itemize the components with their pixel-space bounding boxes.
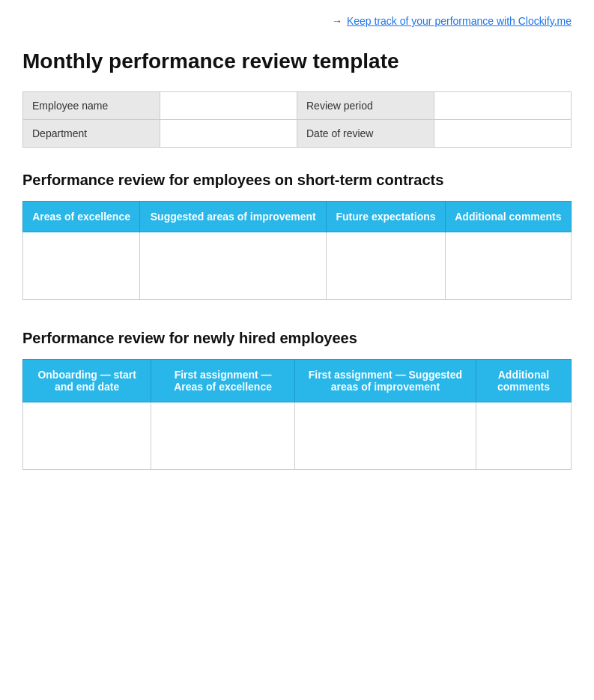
table-header-row: Onboarding — start and end date First as… (23, 360, 572, 402)
review-period-value[interactable] (434, 92, 572, 120)
main-title: Monthly performance review template (22, 49, 572, 73)
info-section: Employee name Review period Department D… (22, 91, 572, 148)
short-term-title: Performance review for employees on shor… (22, 172, 572, 189)
clockify-link[interactable]: Keep track of your performance with Cloc… (347, 15, 572, 27)
arrow-icon: → (332, 15, 342, 27)
cell-suggested-improvement[interactable] (140, 232, 327, 300)
col-areas-excellence: Areas of excellence (23, 202, 140, 232)
cell-additional-comments-2[interactable] (476, 402, 571, 470)
newly-hired-title: Performance review for newly hired emplo… (22, 330, 572, 347)
top-link-bar: → Keep track of your performance with Cl… (22, 15, 572, 27)
short-term-section: Performance review for employees on shor… (22, 172, 572, 300)
col-first-assignment-improvement: First assignment — Suggested areas of im… (294, 360, 476, 402)
cell-first-assignment-improvement[interactable] (294, 402, 476, 470)
table-row (23, 232, 572, 300)
newly-hired-section: Performance review for newly hired emplo… (22, 330, 572, 470)
review-period-label: Review period (297, 92, 434, 120)
employee-name-value[interactable] (160, 92, 297, 120)
col-additional-comments: Additional comments (445, 202, 571, 232)
info-table: Employee name Review period Department D… (22, 91, 572, 148)
cell-future-expectations[interactable] (327, 232, 446, 300)
col-onboarding-date: Onboarding — start and end date (23, 360, 151, 402)
department-label: Department (23, 120, 160, 148)
table-header-row: Areas of excellence Suggested areas of i… (23, 202, 572, 232)
col-first-assignment-excellence: First assignment — Areas of excellence (151, 360, 295, 402)
col-future-expectations: Future expectations (327, 202, 446, 232)
cell-onboarding-date[interactable] (23, 402, 151, 470)
short-term-table: Areas of excellence Suggested areas of i… (22, 201, 572, 300)
date-of-review-value[interactable] (434, 120, 572, 148)
date-of-review-label: Date of review (297, 120, 434, 148)
cell-first-assignment-excellence[interactable] (151, 402, 295, 470)
table-row (23, 402, 572, 470)
cell-areas-excellence[interactable] (23, 232, 140, 300)
col-suggested-improvement: Suggested areas of improvement (140, 202, 327, 232)
department-value[interactable] (160, 120, 297, 148)
newly-hired-table: Onboarding — start and end date First as… (22, 359, 572, 470)
employee-name-label: Employee name (23, 92, 160, 120)
cell-additional-comments[interactable] (445, 232, 571, 300)
table-row: Employee name Review period (23, 92, 572, 120)
col-additional-comments-2: Additional comments (476, 360, 571, 402)
table-row: Department Date of review (23, 120, 572, 148)
